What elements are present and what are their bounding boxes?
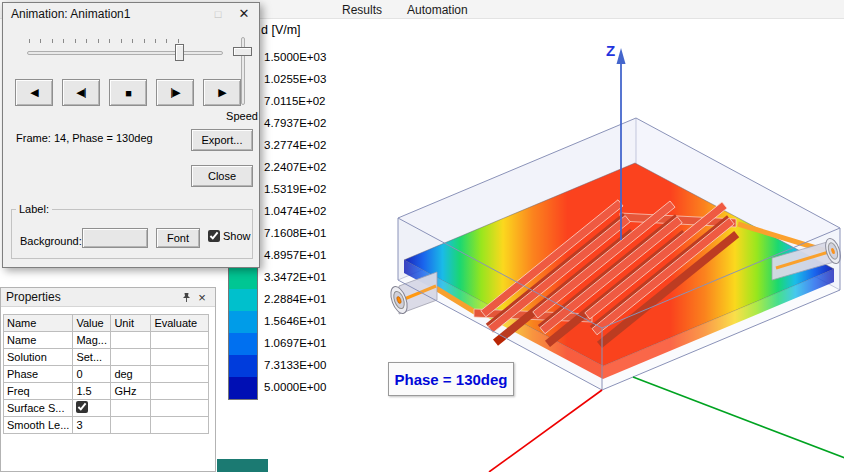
legend-color-block [229,267,257,289]
property-unit-cell: deg [111,366,151,383]
property-value-cell[interactable]: 0 [73,366,111,383]
legend-value: 7.1608E+01 [264,222,326,244]
label-group-title: Label: [16,203,52,215]
property-name-cell: Smooth Le... [4,417,73,434]
frame-slider[interactable] [25,37,225,63]
pin-icon[interactable] [178,292,194,303]
properties-header: Properties × [1,288,215,307]
z-axis-label: Z [606,42,615,59]
column-header[interactable]: Name [4,315,73,332]
legend-value: 1.0474E+02 [264,200,326,222]
column-header[interactable]: Evaluate [151,315,209,332]
legend-value: 3.2774E+02 [264,134,326,156]
property-unit-cell [111,349,151,366]
show-label: Show [223,230,251,242]
legend-value: 7.0115E+02 [264,90,326,112]
property-row: Phase0deg [4,366,209,383]
property-name-cell: Phase [4,366,73,383]
properties-table: NameValueUnitEvaluateNameMag...SolutionS… [3,314,209,434]
property-name-cell: Name [4,332,73,349]
property-row: Surface S... [4,400,209,417]
properties-panel: Properties × NameValueUnitEvaluateNameMa… [0,287,216,472]
property-row: NameMag... [4,332,209,349]
property-evaluate-cell [151,332,209,349]
step-forward-button[interactable]: |▶ [156,79,194,106]
legend-value: 3.3472E+01 [264,266,326,288]
properties-title: Properties [6,290,178,304]
bounding-box-front [398,118,840,390]
dialog-title: Animation: Animation1 [3,7,205,21]
slider-ticks [29,39,179,43]
animation-dialog: Animation: Animation1 □ ✕ Speed ◀◀|■|▶▶ … [2,2,260,268]
legend-value: 2.2407E+02 [264,156,326,178]
y-axis [633,377,844,458]
property-evaluate-cell [151,349,209,366]
property-unit-cell [111,417,151,434]
background-label: Background: [20,235,82,247]
label-group: Label: Background: Font Show [11,203,253,259]
property-name-cell: Surface S... [4,400,73,417]
property-unit-cell [111,332,151,349]
menu-item-automation[interactable]: Automation [403,2,472,18]
legend-value: 5.0000E+00 [264,376,326,398]
close-icon[interactable]: × [194,290,210,305]
property-value-cell[interactable]: Mag... [73,332,111,349]
property-evaluate-cell [151,417,209,434]
x-axis [489,390,602,472]
property-row: Smooth Le...3 [4,417,209,434]
property-evaluate-cell [151,400,209,417]
export-button[interactable]: Export... [191,129,253,151]
property-checkbox[interactable] [76,401,88,413]
legend-value: 1.5000E+03 [264,46,326,68]
menu-item-results[interactable]: Results [338,2,386,18]
property-unit-cell: GHz [111,383,151,400]
legend-value: 7.3133E+00 [264,354,326,376]
property-row: Freq1.5GHz [4,383,209,400]
property-value-cell[interactable]: Set... [73,349,111,366]
property-name-cell: Solution [4,349,73,366]
play-reverse-button[interactable]: ◀ [15,79,53,106]
frame-info: Frame: 14, Phase = 130deg [16,132,153,144]
application-window: Results Automation [0,0,844,472]
play-forward-button[interactable]: ▶ [203,79,241,106]
property-value-cell[interactable]: 3 [73,417,111,434]
property-name-cell: Freq [4,383,73,400]
column-header[interactable]: Value [73,315,111,332]
phase-annotation: Phase = 130deg [388,362,514,396]
legend-value: 1.5319E+02 [264,178,326,200]
legend-value: 1.0697E+01 [264,332,326,354]
speed-slider-thumb[interactable] [233,47,252,56]
column-header[interactable]: Unit [111,315,151,332]
dialog-title-bar[interactable]: Animation: Animation1 □ ✕ [3,3,259,24]
dialog-close-button[interactable]: Close [191,165,253,187]
maximize-icon: □ [205,5,231,22]
frame-slider-thumb[interactable] [175,44,184,61]
legend-color-block [229,311,257,333]
legend-value: 1.0255E+03 [264,68,326,90]
font-button[interactable]: Font [156,228,200,248]
step-back-button[interactable]: ◀| [62,79,100,106]
property-evaluate-cell [151,366,209,383]
legend-color-block [229,355,257,377]
background-color-button[interactable] [82,228,148,248]
show-checkbox[interactable] [208,230,220,242]
legend-color-block [229,333,257,355]
property-value-cell[interactable]: 1.5 [73,383,111,400]
legend-color-block [229,377,257,399]
legend-values: 1.5000E+031.0255E+037.0115E+024.7937E+02… [264,46,326,398]
legend-value: 1.5646E+01 [264,310,326,332]
legend-value: 2.2884E+01 [264,288,326,310]
speed-label: Speed [215,110,269,122]
frame-slider-track[interactable] [27,51,223,55]
legend-title: d [V/m] [261,23,301,37]
close-icon[interactable]: ✕ [231,5,257,22]
stop-button[interactable]: ■ [109,79,147,106]
legend-value: 4.8957E+01 [264,244,326,266]
property-unit-cell [111,400,151,417]
playback-controls: ◀◀|■|▶▶ [15,79,241,106]
property-value-cell[interactable] [73,400,111,417]
show-checkbox-row[interactable]: Show [208,230,251,242]
property-evaluate-cell [151,383,209,400]
status-fragment [217,459,268,472]
legend-color-block [229,289,257,311]
